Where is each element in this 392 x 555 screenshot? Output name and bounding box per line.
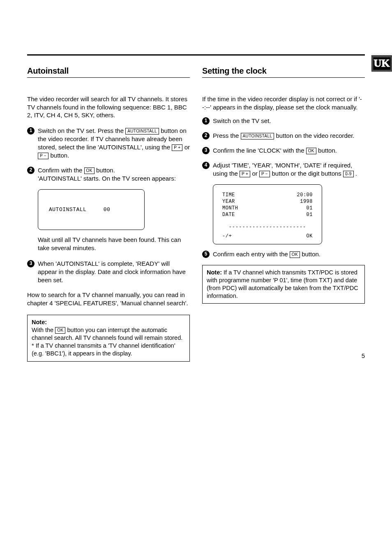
right-step-1: 1 Switch on the TV set. bbox=[202, 117, 365, 125]
left-note-box: Note: With the OK button you can interru… bbox=[27, 315, 190, 362]
top-rule bbox=[27, 54, 365, 56]
text: button or the digit buttons bbox=[270, 170, 343, 177]
screen-text: AUTOINSTALL 00 bbox=[49, 207, 110, 213]
right-intro: If the time in the video recorder displa… bbox=[202, 95, 365, 111]
button-ok: OK bbox=[290, 251, 300, 258]
step-body: When 'AUTOINSTALL' is complete, 'READY' … bbox=[38, 260, 190, 284]
step-number-icon: 2 bbox=[27, 167, 35, 174]
step-body: Switch on the TV set. bbox=[213, 117, 365, 125]
step-number-icon: 1 bbox=[27, 127, 35, 135]
step-number-icon: 4 bbox=[202, 162, 210, 169]
label-date: DATE bbox=[222, 212, 235, 218]
left-step-1: 1 Switch on the TV set. Press the AUTOIN… bbox=[27, 127, 190, 160]
button-autoinstall: AUTOINSTALL bbox=[125, 128, 159, 135]
step-body: Confirm the line 'CLOCK' with the OK but… bbox=[213, 146, 365, 155]
label-year: YEAR bbox=[222, 199, 235, 205]
heading-autoinstall: Autoinstall bbox=[27, 65, 190, 77]
button-autoinstall: AUTOINSTALL bbox=[241, 133, 274, 139]
text: button. bbox=[95, 167, 115, 174]
text: Confirm with the bbox=[38, 167, 84, 174]
text: With the bbox=[32, 327, 55, 333]
page: Autoinstall The video recorder will sear… bbox=[0, 0, 392, 378]
page-number: 5 bbox=[362, 352, 365, 359]
button-ok: OK bbox=[55, 327, 65, 334]
text: button. bbox=[48, 152, 69, 159]
heading-rule-right bbox=[202, 77, 365, 78]
heading-rule-left bbox=[27, 77, 190, 78]
label-month: MONTH bbox=[222, 205, 238, 212]
step-body: Confirm with the OK button. 'AUTOINSTALL… bbox=[38, 166, 190, 183]
right-column: Setting the clock If the time in the vid… bbox=[202, 65, 365, 362]
step-body: Adjust 'TIME', 'YEAR', 'MONTH', 'DATE' i… bbox=[213, 161, 365, 178]
left-after-screen: Wait until all TV channels have been fou… bbox=[38, 236, 190, 252]
left-intro: The video recorder will search for all T… bbox=[27, 95, 190, 120]
step-body: Switch on the TV set. Press the AUTOINST… bbox=[38, 127, 190, 160]
button-ok: OK bbox=[84, 167, 95, 174]
right-step-5: 5 Confirm each entry with the OK button. bbox=[202, 250, 365, 258]
button-ok: OK bbox=[306, 148, 316, 154]
value-time: 20:00 bbox=[297, 192, 313, 199]
text: or bbox=[250, 170, 259, 177]
divider: ----------------------- bbox=[222, 224, 313, 231]
label-ok: OK bbox=[307, 233, 313, 240]
step-number-icon: 1 bbox=[202, 117, 210, 125]
columns: Autoinstall The video recorder will sear… bbox=[27, 65, 365, 362]
value-year: 1998 bbox=[300, 199, 313, 205]
button-p-minus: P − bbox=[38, 153, 48, 159]
text: or bbox=[182, 144, 190, 151]
button-p-plus: P + bbox=[172, 144, 182, 151]
text: 'AUTOINSTALL' starts. On the TV screen a… bbox=[38, 175, 176, 182]
step-number-icon: 5 bbox=[202, 251, 210, 258]
step-number-icon: 3 bbox=[202, 147, 210, 154]
right-step-2: 2 Press the AUTOINSTALL button on the vi… bbox=[202, 132, 365, 140]
left-closing: How to search for a TV channel manually,… bbox=[27, 291, 190, 307]
note-label: Note: bbox=[32, 319, 47, 325]
right-step-3: 3 Confirm the line 'CLOCK' with the OK b… bbox=[202, 146, 365, 155]
text: * If a TV channel transmits a 'TV channe… bbox=[32, 342, 175, 357]
button-p-minus: P − bbox=[259, 171, 270, 177]
note-label: Note: bbox=[207, 269, 222, 276]
tv-screen-clock: TIME20:00 YEAR1998 MONTH01 DATE01 ------… bbox=[213, 184, 322, 244]
heading-clock: Setting the clock bbox=[202, 65, 365, 77]
tv-screen-autoinstall: AUTOINSTALL 00 bbox=[38, 189, 145, 230]
button-p-plus: P + bbox=[240, 171, 250, 177]
step-number-icon: 2 bbox=[202, 132, 210, 139]
note-text: If a TV channel which transmits TXT/PDC … bbox=[207, 269, 358, 299]
text: Press the bbox=[213, 132, 241, 139]
step-body: Confirm each entry with the OK button. bbox=[213, 250, 365, 258]
right-step-4: 4 Adjust 'TIME', 'YEAR', 'MONTH', 'DATE'… bbox=[202, 161, 365, 178]
label-plusminus: -/+ bbox=[222, 233, 232, 240]
step-body: Press the AUTOINSTALL button on the vide… bbox=[213, 132, 365, 140]
text: Switch on the TV set. Press the bbox=[38, 127, 125, 134]
value-date: 01 bbox=[307, 212, 313, 218]
text: Confirm the line 'CLOCK' with the bbox=[213, 147, 306, 154]
left-step-3: 3 When 'AUTOINSTALL' is complete, 'READY… bbox=[27, 260, 190, 284]
value-month: 01 bbox=[307, 205, 313, 212]
step-number-icon: 3 bbox=[27, 260, 35, 267]
left-column: Autoinstall The video recorder will sear… bbox=[27, 65, 190, 362]
text: Confirm each entry with the bbox=[213, 251, 290, 258]
button-digits: 0-9 bbox=[343, 171, 354, 177]
text: . bbox=[354, 170, 357, 177]
left-step-2: 2 Confirm with the OK button. 'AUTOINSTA… bbox=[27, 166, 190, 183]
right-note-box: Note: If a TV channel which transmits TX… bbox=[202, 265, 365, 304]
text: button on the video recorder. bbox=[274, 132, 354, 139]
label-time: TIME bbox=[222, 192, 235, 199]
text: button. bbox=[316, 147, 337, 154]
text: button. bbox=[300, 251, 321, 258]
